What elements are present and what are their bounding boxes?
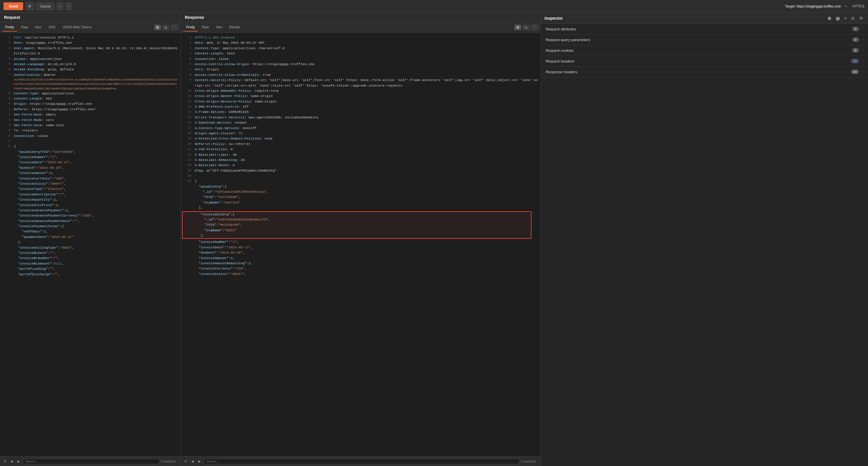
- inspector-header: Inspector ⊞ ▤ ≡ ⊟ ⚙: [541, 13, 868, 24]
- code-line: "invoiceAdvancePaymentDate":"",: [0, 219, 181, 224]
- code-line: "invoiceType":"Invoice",: [0, 186, 181, 192]
- section-badge: 0: [852, 37, 859, 42]
- chevron-right-icon: ›: [861, 38, 863, 42]
- code-line: 26: [181, 173, 541, 179]
- response-panel: Response Pretty Raw Hex Render ⊞ \n ⋮ 1 …: [181, 13, 541, 466]
- code-line: "invoicePaymentTerms":{: [0, 224, 181, 229]
- code-line: 6 Access-Control-Allow-Origin: https://s…: [181, 62, 541, 67]
- code-line: 15 Strict-Transport-Security: max-age=15…: [181, 115, 541, 120]
- inspector-layout-2[interactable]: ▤: [834, 15, 841, 21]
- search-input-request[interactable]: [23, 459, 159, 464]
- inspector-align[interactable]: ≡: [843, 15, 848, 21]
- main-container: Request Pretty Raw Hex JWS JSON Web Toke…: [0, 13, 868, 466]
- search-input-response[interactable]: [204, 459, 519, 464]
- section-label: Request cookies: [546, 48, 850, 53]
- code-line: "invoiceBLAmount":null,: [0, 261, 181, 266]
- section-badge: 2: [852, 27, 859, 31]
- nav-prev-response[interactable]: ◀: [190, 459, 195, 464]
- code-line: 12 Cross-Origin-Resource-Policy: same-or…: [181, 99, 541, 104]
- code-line: 8 Content-Type: application/json: [0, 91, 181, 96]
- code-line: },: [0, 240, 181, 245]
- request-title: Request: [0, 13, 181, 22]
- code-line: 1 POST /api/v1/invoices HTTP/1.1: [0, 35, 181, 40]
- nav-next-request[interactable]: ▶: [16, 459, 22, 464]
- nav-back-button[interactable]: ‹: [57, 3, 63, 10]
- chevron-right-icon: ›: [861, 27, 863, 31]
- tab-hex-response[interactable]: Hex: [213, 24, 225, 32]
- code-line: 1 HTTP/1.1 201 Created: [181, 35, 541, 40]
- code-line: "portOfLoading":"",: [0, 266, 181, 271]
- nav-fwd-button[interactable]: ›: [65, 3, 72, 10]
- code-line: 3 Content-Type: application/json; charse…: [181, 46, 541, 51]
- code-line: "invoiceAdvancePayment":2,: [0, 208, 181, 213]
- code-line: "invoiceStatus":"DRAFT",: [0, 181, 181, 186]
- tab-raw-request[interactable]: Raw: [18, 24, 31, 32]
- request-search-bar: ⊙ ◀ ▶ 0 matches: [0, 456, 181, 466]
- tab-pretty-response[interactable]: Pretty: [183, 24, 198, 32]
- inspector-layout-1[interactable]: ⊞: [826, 15, 833, 21]
- code-line: 6 Accept-Encoding: gzip, deflate: [0, 67, 181, 72]
- inspector-section-request-attributes[interactable]: Request attributes 2 ›: [541, 24, 868, 34]
- code-line: 27 {: [181, 179, 541, 184]
- code-line: 7: [0, 139, 181, 144]
- match-count-request: 0 matches: [161, 460, 178, 463]
- tab-jwt-request[interactable]: JSON Web Tokens: [60, 24, 95, 32]
- code-line: "invoiceDate":"2023-05-17",: [0, 160, 181, 165]
- code-line: 4 Content-Length: 1023: [181, 51, 541, 56]
- inspector-icons: ⊞ ▤ ≡ ⊟ ⚙: [826, 15, 865, 21]
- code-line: },: [181, 205, 541, 210]
- chevron-right-icon: ›: [861, 59, 863, 63]
- code-line: "invoiceNumber":"1",: [0, 154, 181, 160]
- code-line: "dueDate":"2023-05-18",: [181, 250, 541, 255]
- code-line: 2 Sec-Fetch-Dest: empty: [0, 112, 181, 117]
- linebreak-toggle-response[interactable]: \n: [523, 25, 529, 30]
- response-search-bar: ⊙ ◀ ▶ 0 matches: [181, 456, 541, 466]
- code-line: 7 Authorization: Bearer: [0, 72, 181, 78]
- send-button[interactable]: Send: [3, 2, 23, 10]
- code-line: 22 X-RateLimit-Limit: 30: [181, 152, 541, 157]
- inspector-section-query-params[interactable]: Request query parameters 0 ›: [541, 34, 868, 45]
- code-line: 6 Connection: close: [0, 134, 181, 139]
- tab-raw-response[interactable]: Raw: [199, 24, 212, 32]
- linebreak-toggle-request[interactable]: \n: [163, 25, 169, 30]
- inspector-section-response-headers[interactable]: Response headers 24 ›: [541, 66, 868, 77]
- more-response[interactable]: ⋮: [531, 25, 538, 30]
- tab-jws-request[interactable]: JWS: [45, 24, 58, 32]
- inspector-title: Inspector: [545, 16, 826, 21]
- cancel-button[interactable]: Cancel: [36, 3, 54, 10]
- code-line: "invoiceUnitPrice":1,: [0, 203, 181, 208]
- code-line: "_id":"64647d586d0d316db99bc379",: [183, 217, 531, 222]
- toolbar: Send ⚙ Cancel ‹ › Target: https://stagin…: [0, 0, 868, 13]
- code-line: "noOfDays":1,: [0, 229, 181, 234]
- edit-icon[interactable]: ✎: [845, 4, 847, 8]
- code-line: Firefox/112.0: [0, 51, 181, 56]
- code-line: 2 Host: stagingapi.truffles.one: [0, 40, 181, 46]
- response-title: Response: [181, 13, 541, 22]
- chevron-right-icon: ›: [861, 48, 863, 52]
- tab-render-response[interactable]: Render: [226, 24, 243, 32]
- code-line: 3 Sec-Fetch-Mode: cors: [0, 118, 181, 123]
- wrap-toggle-response[interactable]: ⊞: [515, 25, 521, 30]
- tab-hex-request[interactable]: Hex: [32, 24, 44, 32]
- inspector-collapse[interactable]: ⊟: [850, 15, 856, 21]
- target-url-label: Target: https://stagingapi.truffles.one: [785, 4, 841, 8]
- inspector-section-request-headers[interactable]: Request headers 15 ›: [541, 56, 868, 66]
- code-line: "_id":"63f31be2398f20b58386e1aa",: [181, 189, 541, 195]
- inspector-settings[interactable]: ⚙: [858, 15, 865, 21]
- settings-icon-button[interactable]: ⚙: [26, 3, 34, 10]
- code-line: "invoiceBLNumber":"",: [0, 256, 181, 261]
- code-line: "invoiceCurrency":"USD",: [0, 176, 181, 181]
- code-line: "invoiceBLDate":"",: [0, 251, 181, 256]
- nav-next-response[interactable]: ▶: [197, 459, 202, 464]
- nav-prev-request[interactable]: ◀: [9, 459, 14, 464]
- inspector-section-request-cookies[interactable]: Request cookies 0 ›: [541, 45, 868, 56]
- code-line: 5 Accept-Language: en-US,en;q=0.5: [0, 62, 181, 67]
- more-request[interactable]: ⋮: [171, 25, 178, 30]
- code-line: 7 Vary: Origin: [181, 67, 541, 72]
- tab-pretty-request[interactable]: Pretty: [2, 24, 17, 32]
- http-version-label: HTTP/1: [852, 4, 865, 8]
- section-label: Response headers: [546, 70, 848, 74]
- code-line: "invoiceCurrency":"USD",: [181, 266, 541, 271]
- wrap-toggle-request[interactable]: ⊞: [154, 25, 161, 30]
- code-line: 10 Cross-Origin-Embedder-Policy: require…: [181, 88, 541, 93]
